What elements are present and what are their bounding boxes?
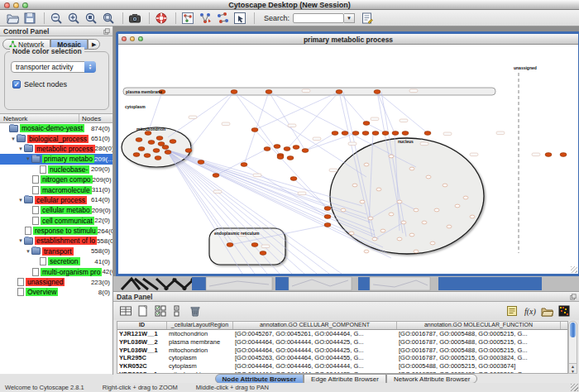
attribute-notes-icon[interactable] [505, 304, 519, 318]
tree-header-nodes[interactable]: Nodes [79, 114, 112, 122]
color-attribute-value: transporter activity [16, 63, 73, 71]
node-color-selection-group: Node color selection transporter activit… [4, 51, 109, 110]
tab-overflow-arrow[interactable]: ▶ [88, 39, 100, 50]
compartment-mitochondrion[interactable] [122, 127, 191, 167]
cell: plasma membrane [167, 338, 233, 346]
annotation-icon[interactable] [360, 11, 375, 25]
tree-row-unassigned[interactable]: unassigned223(0) [0, 277, 112, 287]
cytoscape-app: Cytoscape Desktop (New Session) Search: … [0, 0, 579, 392]
label-nucleus: nucleus [398, 139, 414, 144]
tree-row-primary-metabo[interactable]: ▼primary metabo209(... [0, 154, 112, 164]
open-file-icon[interactable] [5, 11, 20, 25]
tree-row-nitrogen-compo[interactable]: nitrogen compo209(0) [0, 174, 112, 184]
zoom-out-icon[interactable] [49, 11, 64, 25]
tree-row-response-to-stimulu[interactable]: response to stimulu264(0) [0, 226, 112, 236]
tree-row-establishment-of-lo[interactable]: ▼establishment of lo558(0) [0, 236, 112, 246]
disclosure-triangle[interactable]: ▼ [17, 238, 24, 243]
delete-attribute-icon[interactable] [188, 304, 203, 318]
apply-layout-a-icon[interactable] [198, 11, 213, 25]
tree-label: metabolic process [35, 145, 95, 153]
cell: YPL036W__1 [117, 347, 167, 354]
window-resize-grip[interactable] [571, 266, 577, 273]
tree-row-nucleobase-[interactable]: nucleobase-209(0) [0, 165, 112, 174]
label-mitochondrion: mitochondrion [136, 127, 165, 131]
scrollbar-thumb[interactable] [570, 323, 576, 337]
float-data-panel-icon[interactable] [570, 294, 577, 300]
compartment-nucleus[interactable] [330, 138, 484, 254]
table-row[interactable]: YPL036W__1mitochondrion[GO:0044464, GO:0… [117, 346, 567, 354]
network-view-window[interactable]: primary metabolic process plasma membran… [116, 31, 579, 276]
select-attributes-icon[interactable] [153, 304, 168, 318]
tree-row-overview[interactable]: Overview8(0) [0, 287, 112, 297]
zoom-fit-icon[interactable] [101, 11, 116, 25]
select-nodes-checkbox[interactable]: ✓ [12, 80, 21, 88]
disclosure-triangle[interactable]: ▼ [25, 249, 31, 254]
tree-row-cellular-metabo[interactable]: cellular metabo209(0) [0, 205, 112, 215]
col-layout-region[interactable]: _cellularLayoutRegion [167, 322, 233, 329]
save-session-icon[interactable] [22, 11, 37, 25]
disclosure-triangle[interactable]: ▼ [17, 146, 24, 151]
float-panel-icon[interactable] [103, 28, 110, 35]
col-id[interactable]: ID [117, 322, 167, 329]
tree-row-metabolic-process[interactable]: ▼metabolic process280(0) [0, 144, 112, 154]
col-cellular-component[interactable]: annotation.GO CELLULAR_COMPONENT [233, 322, 397, 329]
zoom-selected-icon[interactable] [84, 11, 98, 25]
network-canvas[interactable]: plasma membranecytoplasmmitochondrionnuc… [118, 45, 578, 274]
tree-node-count: 874(0) [91, 125, 112, 132]
network-window-titlebar[interactable]: primary metabolic process [118, 34, 578, 45]
main-toolbar: Search: ▼ [0, 10, 579, 26]
network-overview-icon[interactable] [180, 11, 195, 25]
label-plasma-membrane: plasma membrane [126, 89, 162, 94]
tree-row-cellular-process[interactable]: ▼cellular process614(0) [0, 195, 112, 205]
folder-icon [24, 145, 33, 152]
attribute-matrix-icon[interactable] [557, 304, 572, 318]
snapshot-icon[interactable] [127, 11, 142, 25]
background-windows-strip [113, 276, 579, 291]
file-icon [32, 206, 39, 214]
new-attribute-icon[interactable] [136, 304, 151, 318]
app-resize-grip[interactable] [571, 384, 578, 391]
help-icon[interactable] [154, 11, 169, 25]
unselect-attributes-icon[interactable] [170, 304, 185, 318]
tree-node-count: 311(0) [92, 186, 112, 194]
cell: cytoplasm [167, 362, 233, 370]
disclosure-triangle[interactable]: ▼ [10, 136, 17, 141]
apply-layout-b-icon[interactable] [215, 11, 230, 25]
import-attributes-icon[interactable] [539, 304, 554, 318]
table-row[interactable]: YPL036W__2plasma membrane[GO:0044464, GO… [117, 338, 567, 347]
table-row[interactable]: YKR052Ccytoplasm[GO:0044464, GO:0044446,… [117, 362, 567, 370]
tree-row-cell-communicat[interactable]: cell communicat22(0) [0, 216, 112, 226]
cell: [GO:0016787, GO:0005215, GO:0003824, G..… [397, 354, 561, 361]
tree-header: Network Nodes [0, 113, 112, 123]
attribute-table-icon[interactable] [118, 304, 133, 318]
color-attribute-dropdown[interactable]: transporter activity ▲▼ [11, 61, 96, 73]
tree-row-biological-process[interactable]: ▼biological_process651(0) [0, 133, 112, 143]
tree-label: multi-organism pro [41, 268, 102, 276]
tree-label: secretion [48, 257, 80, 265]
table-row[interactable]: YLR295Ccytoplasm[GO:0045263, GO:0044464,… [117, 354, 567, 362]
tree-header-network[interactable]: Network [0, 114, 79, 122]
tree-label: biological_process [27, 135, 89, 143]
disclosure-triangle[interactable]: ▼ [17, 198, 24, 203]
cell: YPL036W__2 [117, 338, 167, 346]
file-icon [32, 186, 39, 194]
table-row[interactable]: YJR121W__1mitochondrion[GO:0045267, GO:0… [117, 330, 567, 338]
cell: YLR295C [117, 354, 167, 361]
search-input[interactable] [293, 13, 344, 23]
status-pan-hint: Middle-click + drag to PAN [196, 384, 269, 392]
tree-row-macromolecule[interactable]: macromolecule311(0) [0, 184, 112, 194]
tree-row-secretion[interactable]: secretion41(0) [0, 256, 112, 266]
attribute-function-icon[interactable]: f(x) [522, 304, 537, 318]
tree-row-multi-organism-pro[interactable]: multi-organism pro42(0) [0, 266, 112, 276]
col-molecular-function[interactable]: annotation.GO MOLECULAR_FUNCTION [397, 322, 561, 329]
scrollbar-arrows[interactable]: ▲▼ [568, 363, 577, 374]
zoom-in-icon[interactable] [66, 11, 81, 25]
file-icon [32, 217, 39, 225]
cell: [GO:0045263, GO:0044464, GO:0044455, G..… [233, 354, 397, 361]
tree-row-transport[interactable]: ▼transport558(0) [0, 246, 112, 256]
tree-node-count: 209(0) [93, 176, 112, 184]
select-mode-icon[interactable] [232, 11, 247, 25]
tree-row-mosaic-demo-yeast[interactable]: mosaic-demo-yeast874(0) [0, 123, 112, 133]
disclosure-triangle[interactable]: ▼ [25, 156, 31, 161]
search-dropdown-button[interactable]: ▼ [344, 13, 355, 23]
